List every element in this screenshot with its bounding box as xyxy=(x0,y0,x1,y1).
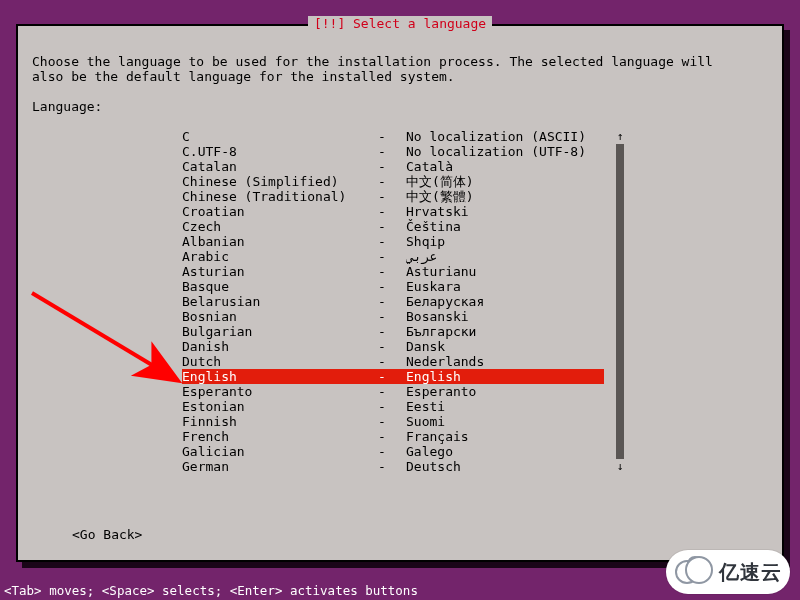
language-row[interactable]: Danish-Dansk xyxy=(182,339,604,354)
language-row[interactable]: Chinese (Simplified)-中文(简体) xyxy=(182,174,604,189)
language-name: Croatian xyxy=(182,204,378,219)
language-name: Arabic xyxy=(182,249,378,264)
row-separator: - xyxy=(378,309,406,324)
language-native: Euskara xyxy=(406,279,604,294)
language-name: Estonian xyxy=(182,399,378,414)
row-separator: - xyxy=(378,399,406,414)
language-native: Čeština xyxy=(406,219,604,234)
language-row[interactable]: Croatian-Hrvatski xyxy=(182,204,604,219)
row-separator: - xyxy=(378,339,406,354)
row-separator: - xyxy=(378,294,406,309)
language-native: Asturianu xyxy=(406,264,604,279)
scrollbar[interactable]: ↑ ↓ xyxy=(616,129,624,474)
language-native: Nederlands xyxy=(406,354,604,369)
language-name: C.UTF-8 xyxy=(182,144,378,159)
row-separator: - xyxy=(378,324,406,339)
language-name: C xyxy=(182,129,378,144)
cloud-icon xyxy=(675,560,713,584)
language-name: German xyxy=(182,459,378,474)
row-separator: - xyxy=(378,234,406,249)
language-native: Suomi xyxy=(406,414,604,429)
language-native: Беларуская xyxy=(406,294,604,309)
language-name: Catalan xyxy=(182,159,378,174)
language-name: Bulgarian xyxy=(182,324,378,339)
language-row[interactable]: Catalan-Català xyxy=(182,159,604,174)
language-row[interactable]: Finnish-Suomi xyxy=(182,414,604,429)
language-name: Basque xyxy=(182,279,378,294)
language-name: Bosnian xyxy=(182,309,378,324)
row-separator: - xyxy=(378,429,406,444)
row-separator: - xyxy=(378,174,406,189)
language-name: Asturian xyxy=(182,264,378,279)
language-native: عربي xyxy=(406,249,604,264)
language-name: Danish xyxy=(182,339,378,354)
language-row[interactable]: Esperanto-Esperanto xyxy=(182,384,604,399)
language-native: Shqip xyxy=(406,234,604,249)
language-native: Eesti xyxy=(406,399,604,414)
language-native: Français xyxy=(406,429,604,444)
language-name: Finnish xyxy=(182,414,378,429)
row-separator: - xyxy=(378,189,406,204)
language-row[interactable]: C.UTF-8-No localization (UTF-8) xyxy=(182,144,604,159)
scroll-track[interactable] xyxy=(616,144,624,459)
row-separator: - xyxy=(378,249,406,264)
language-row[interactable]: Asturian-Asturianu xyxy=(182,264,604,279)
language-dialog: [!!] Select a language Choose the langua… xyxy=(16,24,784,562)
language-native: Galego xyxy=(406,444,604,459)
row-separator: - xyxy=(378,159,406,174)
language-name: Belarusian xyxy=(182,294,378,309)
row-separator: - xyxy=(378,264,406,279)
language-native: Esperanto xyxy=(406,384,604,399)
language-row[interactable]: Galician-Galego xyxy=(182,444,604,459)
language-native: Hrvatski xyxy=(406,204,604,219)
language-row[interactable]: Czech-Čeština xyxy=(182,219,604,234)
language-native: Български xyxy=(406,324,604,339)
language-row[interactable]: Basque-Euskara xyxy=(182,279,604,294)
language-row[interactable]: C-No localization (ASCII) xyxy=(182,129,604,144)
language-list[interactable]: C-No localization (ASCII)C.UTF-8-No loca… xyxy=(182,129,604,474)
row-separator: - xyxy=(378,219,406,234)
language-row[interactable]: Bulgarian-Български xyxy=(182,324,604,339)
language-native: 中文(简体) xyxy=(406,174,604,189)
language-name: Chinese (Traditional) xyxy=(182,189,378,204)
row-separator: - xyxy=(378,129,406,144)
language-name: English xyxy=(182,369,378,384)
language-native: Bosanski xyxy=(406,309,604,324)
row-separator: - xyxy=(378,384,406,399)
language-row[interactable]: Estonian-Eesti xyxy=(182,399,604,414)
language-row[interactable]: Arabic-عربي xyxy=(182,249,604,264)
row-separator: - xyxy=(378,369,406,384)
language-row[interactable]: German-Deutsch xyxy=(182,459,604,474)
language-name: Galician xyxy=(182,444,378,459)
language-row[interactable]: English-English xyxy=(182,369,604,384)
language-native: No localization (ASCII) xyxy=(406,129,604,144)
row-separator: - xyxy=(378,459,406,474)
row-separator: - xyxy=(378,354,406,369)
dialog-body: Choose the language to be used for the i… xyxy=(18,26,782,486)
scroll-up-icon[interactable]: ↑ xyxy=(616,129,624,144)
scroll-down-icon[interactable]: ↓ xyxy=(616,459,624,474)
language-name: Dutch xyxy=(182,354,378,369)
language-native: 中文(繁體) xyxy=(406,189,604,204)
language-label: Language: xyxy=(32,99,768,114)
language-row[interactable]: Bosnian-Bosanski xyxy=(182,309,604,324)
row-separator: - xyxy=(378,279,406,294)
instructions-text: Choose the language to be used for the i… xyxy=(32,54,768,84)
language-native: Deutsch xyxy=(406,459,604,474)
language-native: Dansk xyxy=(406,339,604,354)
language-row[interactable]: Dutch-Nederlands xyxy=(182,354,604,369)
language-row[interactable]: Albanian-Shqip xyxy=(182,234,604,249)
installer-screen: [!!] Select a language Choose the langua… xyxy=(0,0,800,600)
language-row[interactable]: Chinese (Traditional)-中文(繁體) xyxy=(182,189,604,204)
row-separator: - xyxy=(378,204,406,219)
language-list-wrap: C-No localization (ASCII)C.UTF-8-No loca… xyxy=(182,129,624,474)
watermark-logo: 亿速云 xyxy=(666,550,790,594)
language-row[interactable]: French-Français xyxy=(182,429,604,444)
row-separator: - xyxy=(378,414,406,429)
watermark-text: 亿速云 xyxy=(719,565,782,580)
row-separator: - xyxy=(378,444,406,459)
go-back-button[interactable]: <Go Back> xyxy=(72,527,142,542)
language-native: No localization (UTF-8) xyxy=(406,144,604,159)
language-native: English xyxy=(406,369,604,384)
language-row[interactable]: Belarusian-Беларуская xyxy=(182,294,604,309)
